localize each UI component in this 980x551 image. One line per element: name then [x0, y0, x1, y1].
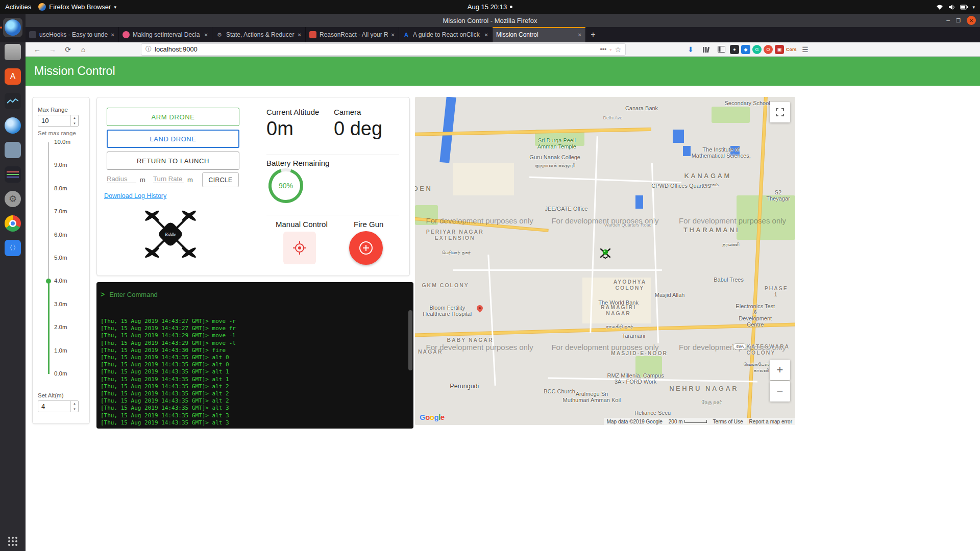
clock[interactable]: Aug 15 20:13	[468, 3, 512, 11]
tab-1[interactable]: Making setInterval Decla✕	[119, 27, 212, 42]
tab-2[interactable]: ⚙State, Actions & Reducer✕	[212, 27, 306, 42]
library-icon[interactable]	[699, 44, 713, 55]
land-drone-button[interactable]: LAND DRONE	[107, 130, 239, 148]
manual-control-button[interactable]	[283, 232, 316, 264]
tab-5[interactable]: Mission Control✕	[493, 27, 586, 42]
download-log-link[interactable]: Download Log History	[104, 192, 166, 199]
dock-chrome[interactable]	[3, 214, 22, 233]
show-applications-icon[interactable]	[8, 537, 17, 546]
maximize-button[interactable]: ❐	[956, 18, 961, 23]
slider-tick-label: 8.0m	[54, 185, 67, 191]
bookmark-star-icon[interactable]: ☆	[615, 45, 621, 54]
nav-toolbar: ← → ⟳ ⌂ ⓘ ••• ◦ ☆ ⬇ ● ◆ G O ▣ Cors ☰	[26, 42, 980, 57]
zoom-out-button[interactable]: −	[770, 381, 790, 402]
map-label: BABY NAGAR	[447, 337, 494, 343]
dock-firefox[interactable]	[3, 18, 22, 37]
zoom-control: + −	[770, 360, 790, 402]
tab-close-icon[interactable]: ✕	[298, 32, 302, 38]
extension-icon-5[interactable]: ▣	[775, 45, 784, 54]
dock-terminal[interactable]	[3, 165, 22, 184]
radius-input[interactable]	[107, 175, 136, 183]
app-menu[interactable]: Firefox Web Browser ▾	[38, 3, 116, 11]
report-error-link[interactable]: Report a map error	[749, 419, 792, 424]
network-icon	[936, 4, 944, 11]
extension-icon-4[interactable]: O	[764, 45, 773, 54]
slider-tick-label: 9.0m	[54, 162, 67, 168]
max-range-stepper[interactable]: ▴ ▾	[70, 115, 78, 126]
fire-gun-button[interactable]	[349, 231, 383, 265]
tab-close-icon[interactable]: ✕	[111, 32, 115, 38]
tab-label: Making setInterval Decla	[133, 31, 201, 38]
pocket-icon[interactable]: ◦	[609, 46, 611, 53]
map-label: Delhi Ave	[603, 115, 622, 120]
new-tab-button[interactable]: +	[586, 27, 600, 42]
dock-ubuntu-software[interactable]: A	[3, 67, 22, 86]
home-button[interactable]: ⌂	[77, 44, 90, 55]
extension-icon-1[interactable]: ●	[730, 45, 739, 54]
return-to-launch-button[interactable]: RETURN TO LAUNCH	[107, 152, 239, 170]
stepper-up-icon[interactable]: ▴	[71, 401, 78, 407]
map[interactable]: For development purposes onlyFor develop…	[415, 97, 795, 425]
alt-stepper[interactable]: ▴ ▾	[70, 401, 78, 412]
site-info-icon[interactable]: ⓘ	[145, 45, 152, 54]
command-terminal: > [Thu, 15 Aug 2019 14:43:27 GMT]> move …	[96, 282, 413, 429]
zoom-in-button[interactable]: +	[770, 360, 790, 380]
tab-label: ReasonReact - All your R	[320, 31, 388, 38]
tab-3[interactable]: ReasonReact - All your R✕	[306, 27, 399, 42]
stepper-down-icon[interactable]: ▾	[71, 121, 78, 127]
downloads-icon[interactable]: ⬇	[684, 44, 697, 55]
log-line: [Thu, 15 Aug 2019 14:43:35 GMT]> alt 2	[101, 383, 236, 390]
dock-browser[interactable]	[3, 116, 22, 135]
map-label: கானகம்	[701, 182, 719, 188]
drone-marker[interactable]	[599, 246, 612, 262]
extension-icon-2[interactable]: ◆	[741, 45, 750, 54]
slider-knob[interactable]	[46, 279, 51, 284]
dock-files[interactable]	[3, 42, 22, 62]
reload-button[interactable]: ⟳	[61, 44, 75, 55]
dock-vscode[interactable]: 〈〉	[3, 238, 22, 258]
url-input[interactable]	[155, 45, 597, 53]
arm-drone-button[interactable]: ARM DRONE	[107, 108, 239, 126]
close-button[interactable]: ✕	[967, 16, 976, 25]
page-actions-icon[interactable]: •••	[600, 46, 607, 53]
tab-0[interactable]: useHooks - Easy to understa✕	[26, 27, 119, 42]
tab-close-icon[interactable]: ✕	[391, 32, 395, 38]
tab-close-icon[interactable]: ✕	[484, 32, 488, 38]
alt-input[interactable]: 4 ▴ ▾	[38, 400, 79, 412]
command-input[interactable]	[109, 291, 402, 298]
terminal-icon	[5, 166, 21, 183]
terminal-scrollbar[interactable]	[408, 310, 412, 370]
max-range-input[interactable]: 10 ▴ ▾	[38, 115, 79, 127]
turn-rate-input[interactable]	[153, 175, 184, 183]
dock-settings[interactable]: ⚙	[3, 189, 22, 209]
log-line: [Thu, 15 Aug 2019 14:43:29 GMT]> move -l	[101, 340, 236, 347]
map-label: Taramani	[622, 333, 645, 339]
forward-button[interactable]: →	[46, 44, 59, 55]
minimize-button[interactable]: –	[946, 17, 950, 24]
tab-favicon-icon	[122, 31, 130, 38]
map-label: GKM COLONY	[422, 282, 469, 288]
terms-link[interactable]: Terms of Use	[713, 419, 743, 424]
tab-close-icon[interactable]: ✕	[578, 32, 582, 38]
circle-button[interactable]: CIRCLE	[202, 172, 239, 187]
stepper-down-icon[interactable]: ▾	[71, 407, 78, 412]
window-titlebar[interactable]: Mission Control - Mozilla Firefox – ❐ ✕	[0, 14, 980, 27]
url-bar[interactable]: ⓘ ••• ◦ ☆	[141, 43, 626, 56]
menu-icon[interactable]: ☰	[799, 44, 812, 55]
map-pin-icon[interactable]	[476, 305, 483, 315]
extension-icon-3[interactable]: G	[752, 45, 762, 54]
back-button[interactable]: ←	[31, 44, 44, 55]
dock-remote-desktop[interactable]	[3, 140, 22, 160]
fullscreen-button[interactable]	[770, 102, 790, 122]
tab-favicon-icon	[29, 31, 36, 38]
tab-close-icon[interactable]: ✕	[204, 32, 208, 38]
dock-system-monitor[interactable]	[3, 91, 22, 111]
sidebars-icon[interactable]	[715, 44, 728, 55]
system-tray[interactable]: ▾	[936, 4, 980, 11]
set-max-range-label: Set max range	[38, 130, 76, 136]
stepper-up-icon[interactable]: ▴	[71, 115, 78, 121]
activities-button[interactable]: Activities	[5, 3, 31, 11]
cors-extension-badge[interactable]: Cors	[786, 47, 797, 52]
tabs: useHooks - Easy to understa✕Making setIn…	[26, 27, 586, 42]
tab-4[interactable]: AA guide to React onClick✕	[399, 27, 493, 42]
